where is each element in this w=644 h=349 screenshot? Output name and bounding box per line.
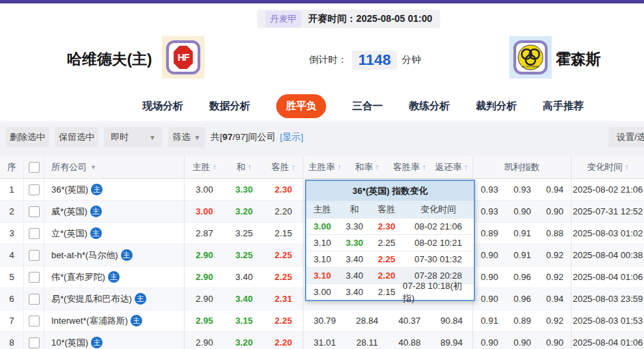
popup-odds-away-win: 2.15: [371, 287, 403, 297]
tab-4[interactable]: 三合一: [352, 100, 383, 113]
odds-draw[interactable]: 3.30: [224, 179, 264, 200]
filter-dropdown[interactable]: 筛选 ▼: [168, 127, 205, 148]
row-checkbox[interactable]: [29, 316, 40, 326]
table-header: 序 所有公司 ▼ 主胜↑ 和↑ 客胜↑ 主胜率↑ 和率↑ 客胜率↑ 返还率↑ 凯…: [0, 156, 644, 179]
match-info-bar: 丹麦甲 开赛时间：2025-08-05 01:00: [257, 10, 440, 28]
company-cell[interactable]: 威*(英国)主: [44, 201, 185, 222]
tab-1[interactable]: 现场分析: [142, 100, 183, 113]
row-checkbox-cell: [24, 266, 44, 288]
odds-home-win[interactable]: 3.00: [185, 179, 224, 200]
tab-5[interactable]: 教练分析: [409, 100, 450, 113]
odds-draw[interactable]: 3.20: [224, 332, 264, 349]
kickoff-time: 开赛时间：2025-08-05 01:00: [308, 13, 432, 25]
change-time: 2025-08-03 01:53: [572, 310, 644, 331]
odds-home-win[interactable]: 2.90: [185, 288, 224, 309]
odds-home-win[interactable]: 2.90: [185, 266, 224, 288]
company-cell[interactable]: 36*(英国)主: [44, 179, 185, 200]
sort-up-icon: ↑: [213, 163, 217, 172]
odds-draw[interactable]: 3.25: [224, 223, 264, 244]
company-cell[interactable]: 伟*(直布罗陀)主: [44, 266, 185, 288]
select-all-checkbox[interactable]: [29, 162, 40, 173]
col-away-rate[interactable]: 客胜率↑: [388, 156, 431, 178]
instant-dropdown[interactable]: 即时 ▼: [104, 127, 163, 148]
change-time: 2025-07-31 12:52: [572, 201, 644, 222]
home-rate: 31.01: [304, 332, 346, 349]
odds-draw[interactable]: 3.15: [224, 310, 264, 331]
company-cell[interactable]: 立*(英国)主: [44, 223, 185, 244]
popup-col-home-win: 主胜: [306, 204, 338, 216]
col-company[interactable]: 所有公司 ▼: [44, 156, 185, 178]
keep-selected-button[interactable]: 保留选中: [55, 127, 98, 148]
col-draw-rate[interactable]: 和率↑: [346, 156, 388, 178]
tab-2[interactable]: 数据分析: [209, 100, 250, 113]
row-checkbox[interactable]: [29, 184, 40, 195]
away-rate: 40.37: [388, 310, 431, 331]
odds-home-win[interactable]: 2.95: [185, 310, 224, 331]
col-away-win[interactable]: 客胜↑: [264, 156, 304, 178]
popup-odds-draw: 3.30: [338, 238, 371, 248]
company-cell[interactable]: Interwet*(塞浦路斯)主: [44, 310, 185, 331]
col-select-all: [24, 156, 44, 178]
odds-away-win[interactable]: 2.25: [264, 266, 304, 288]
odds-away-win[interactable]: 2.25: [264, 245, 304, 266]
kelly-1: 0.90: [473, 245, 506, 266]
odds-draw[interactable]: 3.25: [224, 245, 264, 266]
odds-away-win[interactable]: 2.15: [264, 223, 304, 244]
settings-button[interactable]: 设置/选择: [608, 127, 644, 148]
kelly-1: 0.93: [473, 201, 506, 222]
tab-3[interactable]: 胜平负: [276, 94, 326, 118]
row-checkbox[interactable]: [29, 337, 40, 348]
odds-draw[interactable]: 3.40: [224, 266, 264, 288]
company-cell[interactable]: 易*(安提瓜和巴布达)主: [44, 288, 185, 309]
col-home-rate[interactable]: 主胜率↑: [304, 156, 346, 178]
sort-up-icon: ↑: [625, 163, 629, 172]
col-payout-rate[interactable]: 返还率↑: [431, 156, 473, 178]
col-home-win-label: 主胜: [193, 161, 211, 173]
row-checkbox[interactable]: [29, 250, 40, 261]
row-checkbox-cell: [24, 310, 44, 331]
delete-selected-button[interactable]: 删除选中: [5, 127, 49, 148]
kelly-3: 0.90: [539, 201, 572, 222]
row-checkbox[interactable]: [29, 206, 40, 217]
home-logo-frame: HF: [166, 40, 200, 74]
odds-away-win[interactable]: 2.31: [264, 288, 304, 309]
odds-away-win[interactable]: 2.25: [264, 310, 304, 331]
kelly-3: 0.92: [539, 266, 572, 288]
kelly-3: 0.92: [539, 310, 572, 331]
change-time: 2025-08-04 01:06: [572, 266, 644, 288]
row-checkbox[interactable]: [29, 294, 40, 305]
col-change-time[interactable]: 变化时间↑: [572, 156, 644, 178]
countdown-label: 倒计时：: [309, 54, 347, 66]
company-name: 伟*(直布罗陀): [51, 271, 105, 283]
sort-up-icon: ↑: [464, 163, 468, 172]
odds-home-win[interactable]: 3.00: [185, 201, 224, 222]
popup-odds-draw: 3.30: [338, 221, 371, 232]
company-cell[interactable]: 10*(英国)主: [44, 332, 185, 349]
tab-6[interactable]: 裁判分析: [476, 100, 517, 113]
odds-home-win[interactable]: 2.90: [185, 332, 224, 349]
kelly-3: 0.94: [539, 288, 572, 309]
show-link[interactable]: [显示]: [280, 132, 304, 142]
home-badge: 主: [90, 227, 102, 239]
instant-dropdown-label: 即时: [111, 131, 129, 143]
odds-away-win[interactable]: 2.20: [264, 201, 304, 222]
odds-home-win[interactable]: 2.90: [185, 245, 224, 266]
col-draw[interactable]: 和↑: [224, 156, 264, 178]
row-checkbox[interactable]: [29, 228, 40, 239]
odds-draw[interactable]: 3.40: [224, 288, 264, 309]
row-checkbox[interactable]: [29, 272, 40, 283]
countdown-unit: 分钟: [402, 54, 421, 66]
odds-away-win[interactable]: 2.30: [264, 179, 304, 200]
col-home-win[interactable]: 主胜↑: [185, 156, 224, 178]
col-seq: 序: [0, 156, 24, 178]
popup-col-draw: 和: [338, 204, 371, 216]
caret-down-icon: ▼: [90, 164, 96, 171]
countdown: 倒计时： 1148 分钟: [309, 51, 421, 70]
odds-away-win[interactable]: 2.20: [264, 332, 304, 349]
tab-7[interactable]: 高手推荐: [543, 100, 584, 113]
col-company-label: 所有公司: [51, 161, 87, 173]
popup-odds-draw: 3.40: [338, 254, 371, 264]
company-cell[interactable]: bet-at-h*(马尔他)主: [44, 245, 185, 266]
odds-home-win[interactable]: 2.87: [185, 223, 224, 244]
odds-draw[interactable]: 3.20: [224, 201, 264, 222]
